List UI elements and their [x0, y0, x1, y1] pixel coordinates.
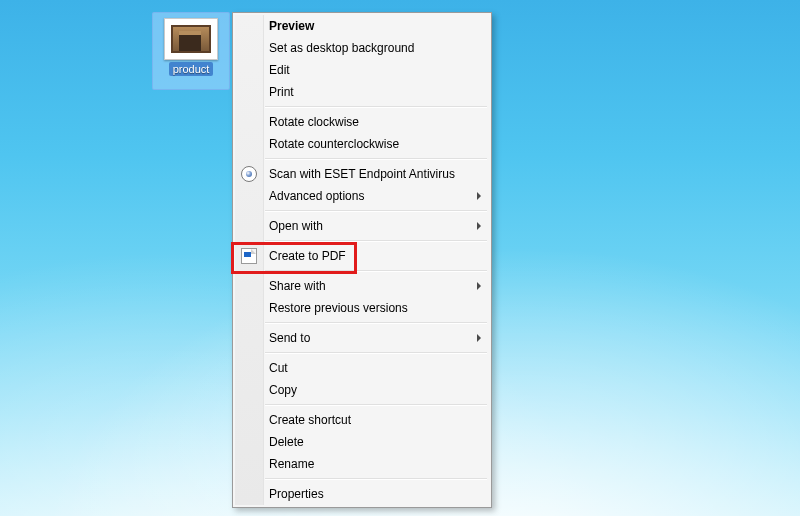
menu-separator — [265, 322, 487, 324]
menu-item-label: Advanced options — [269, 189, 364, 203]
menu-item-send-to[interactable]: Send to — [235, 327, 489, 349]
menu-item-open-with[interactable]: Open with — [235, 215, 489, 237]
menu-item-rename[interactable]: Rename — [235, 453, 489, 475]
menu-item-label: Rotate counterclockwise — [269, 137, 399, 151]
menu-item-label: Send to — [269, 331, 310, 345]
menu-item-label: Restore previous versions — [269, 301, 408, 315]
menu-item-restore-previous-versions[interactable]: Restore previous versions — [235, 297, 489, 319]
menu-item-label: Delete — [269, 435, 304, 449]
file-thumbnail-icon — [164, 18, 218, 60]
context-menu: Preview Set as desktop background Edit P… — [232, 12, 492, 508]
menu-item-label: Share with — [269, 279, 326, 293]
menu-item-properties[interactable]: Properties — [235, 483, 489, 505]
menu-separator — [265, 240, 487, 242]
menu-item-label: Rename — [269, 457, 314, 471]
desktop-file-product[interactable]: product — [152, 12, 230, 90]
menu-item-set-as-desktop-background[interactable]: Set as desktop background — [235, 37, 489, 59]
menu-item-label: Copy — [269, 383, 297, 397]
menu-item-create-shortcut[interactable]: Create shortcut — [235, 409, 489, 431]
menu-item-print[interactable]: Print — [235, 81, 489, 103]
menu-item-label: Create shortcut — [269, 413, 351, 427]
menu-item-share-with[interactable]: Share with — [235, 275, 489, 297]
menu-item-label: Print — [269, 85, 294, 99]
menu-item-preview[interactable]: Preview — [235, 15, 489, 37]
menu-item-copy[interactable]: Copy — [235, 379, 489, 401]
menu-item-label: Scan with ESET Endpoint Antivirus — [269, 167, 455, 181]
menu-item-label: Set as desktop background — [269, 41, 414, 55]
menu-item-label: Cut — [269, 361, 288, 375]
menu-item-scan-eset[interactable]: Scan with ESET Endpoint Antivirus — [235, 163, 489, 185]
menu-separator — [265, 270, 487, 272]
menu-item-edit[interactable]: Edit — [235, 59, 489, 81]
pdf-icon — [241, 248, 257, 264]
menu-item-label: Open with — [269, 219, 323, 233]
menu-separator — [265, 106, 487, 108]
eset-icon — [241, 166, 257, 182]
menu-item-label: Edit — [269, 63, 290, 77]
menu-item-label: Rotate clockwise — [269, 115, 359, 129]
menu-separator — [265, 158, 487, 160]
menu-item-label: Preview — [269, 19, 314, 33]
menu-separator — [265, 352, 487, 354]
menu-item-rotate-clockwise[interactable]: Rotate clockwise — [235, 111, 489, 133]
menu-item-delete[interactable]: Delete — [235, 431, 489, 453]
menu-separator — [265, 404, 487, 406]
menu-item-label: Properties — [269, 487, 324, 501]
menu-item-create-to-pdf[interactable]: Create to PDF — [235, 245, 489, 267]
menu-separator — [265, 210, 487, 212]
menu-item-rotate-counterclockwise[interactable]: Rotate counterclockwise — [235, 133, 489, 155]
menu-item-label: Create to PDF — [269, 249, 346, 263]
file-label: product — [169, 62, 214, 76]
menu-item-advanced-options[interactable]: Advanced options — [235, 185, 489, 207]
menu-separator — [265, 478, 487, 480]
desktop-background: product Preview Set as desktop backgroun… — [0, 0, 800, 516]
menu-item-cut[interactable]: Cut — [235, 357, 489, 379]
